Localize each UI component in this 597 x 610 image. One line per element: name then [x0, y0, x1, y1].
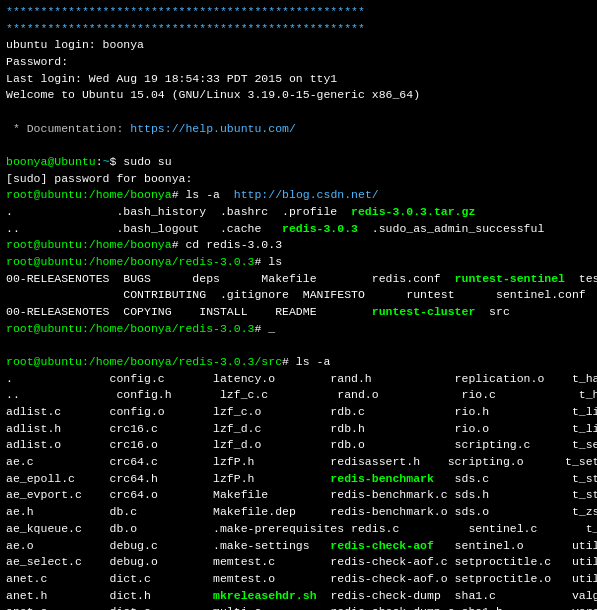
src-ls-3: adlist.h crc16.c lzf_d.c rdb.h rio.o t_l…: [6, 421, 591, 438]
sudo-password: [sudo] password for boonya:: [6, 171, 591, 188]
prompt-sudo: boonya@Ubuntu:~$ sudo su: [6, 154, 591, 171]
star-line-2: ****************************************…: [6, 21, 591, 38]
blank-1: [6, 104, 591, 121]
doc-line: * Documentation: https://help.ubuntu.com…: [6, 121, 591, 138]
terminal-window: ****************************************…: [0, 0, 597, 610]
src-ls-13: anet.h dict.h mkreleasehdr.sh redis-chec…: [6, 588, 591, 605]
redis-ls-2: CONTRIBUTING .gitignore MANIFESTO runtes…: [6, 287, 591, 304]
src-ls-14: anet.o dict.o multi.c redis-check-dump.c…: [6, 604, 591, 610]
src-ls-2: adlist.c config.o lzf_c.o rdb.c rio.h t_…: [6, 404, 591, 421]
src-ls-12: anet.c dict.c memtest.o redis-check-aof.…: [6, 571, 591, 588]
src-ls-11: ae_select.c debug.o memtest.c redis-chec…: [6, 554, 591, 571]
src-ls-1: .. config.h lzf_c.c rand.o rio.c t_hash.…: [6, 387, 591, 404]
password-line: Password:: [6, 54, 591, 71]
login-line: ubuntu login: boonya: [6, 37, 591, 54]
prompt-cd: root@ubuntu:/home/boonya# cd redis-3.0.3: [6, 237, 591, 254]
src-ls-10: ae.o debug.c .make-settings redis-check-…: [6, 538, 591, 555]
src-ls-header: . config.c latency.o rand.h replication.…: [6, 371, 591, 388]
src-ls-4: adlist.o crc16.o lzf_d.o rdb.o scripting…: [6, 437, 591, 454]
prompt-home: root@ubuntu:/home/boonya# ls -a http://b…: [6, 187, 591, 204]
prompt-src: root@ubuntu:/home/boonya/redis-3.0.3/src…: [6, 354, 591, 371]
redis-ls-3: 00-RELEASENOTES COPYING INSTALL README r…: [6, 304, 591, 321]
star-line-1: ****************************************…: [6, 4, 591, 21]
src-ls-6: ae_epoll.c crc64.h lzfP.h redis-benchmar…: [6, 471, 591, 488]
src-ls-7: ae_evport.c crc64.o Makefile redis-bench…: [6, 487, 591, 504]
redis-ls-1: 00-RELEASENOTES BUGS deps Makefile redis…: [6, 271, 591, 288]
prompt-redis: root@ubuntu:/home/boonya/redis-3.0.3# ls: [6, 254, 591, 271]
blank-3: [6, 337, 591, 354]
welcome-line: Welcome to Ubuntu 15.04 (GNU/Linux 3.19.…: [6, 87, 591, 104]
src-ls-5: ae.c crc64.c lzfP.h redisassert.h script…: [6, 454, 591, 471]
src-ls-9: ae_kqueue.c db.o .make-prerequisites red…: [6, 521, 591, 538]
ls-output-1: . .bash_history .bashrc .profile redis-3…: [6, 204, 591, 221]
src-ls-8: ae.h db.c Makefile.dep redis-benchmark.o…: [6, 504, 591, 521]
last-login-line: Last login: Wed Aug 19 18:54:33 PDT 2015…: [6, 71, 591, 88]
ls-output-2: .. .bash_logout .cache redis-3.0.3 .sudo…: [6, 221, 591, 238]
prompt-redis-src: root@ubuntu:/home/boonya/redis-3.0.3# _: [6, 321, 591, 338]
blank-2: [6, 137, 591, 154]
